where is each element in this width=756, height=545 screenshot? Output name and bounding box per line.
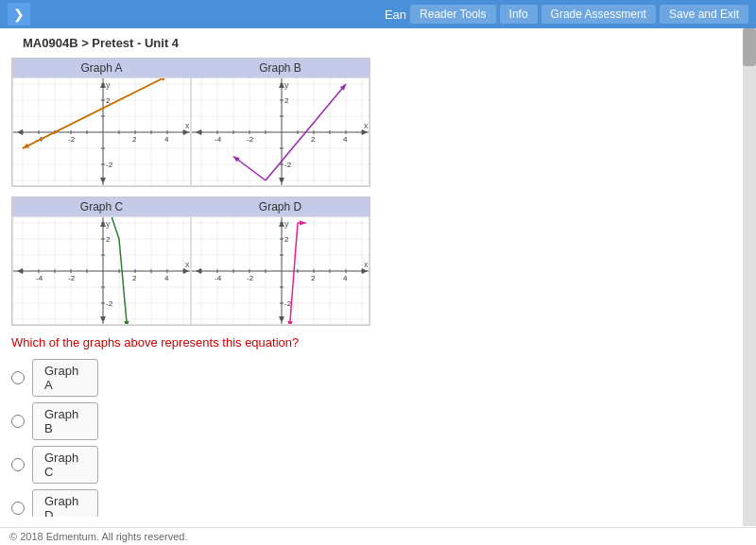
radio-c[interactable] <box>11 458 25 471</box>
radio-d[interactable] <box>11 502 25 515</box>
top-graph-labels: Graph A Graph B <box>12 59 369 77</box>
chevron-button[interactable]: ❯ <box>8 3 30 26</box>
bottom-graphs-row <box>12 216 369 325</box>
answer-label-c[interactable]: GraphC <box>32 446 98 484</box>
breadcrumb: MA0904B > Pretest - Unit 4 <box>11 28 745 58</box>
graph-a-cell <box>12 77 191 186</box>
footer: © 2018 Edmentum. All rights reserved. <box>0 527 756 545</box>
save-exit-button[interactable]: Save and Exit <box>660 5 748 24</box>
graph-d-label: Graph D <box>191 197 369 216</box>
answer-option-a: GraphA <box>11 359 745 397</box>
answer-options: GraphA GraphB GraphC GraphD <box>11 359 745 517</box>
radio-a[interactable] <box>11 371 25 384</box>
graph-b-label: Graph B <box>191 59 369 77</box>
answer-option-c: GraphC <box>11 446 745 484</box>
reader-tools-button[interactable]: Reader Tools <box>410 5 496 24</box>
graphs-top-container: Graph A Graph B <box>11 58 370 187</box>
graphs-bottom-container: Graph C Graph D <box>11 196 370 326</box>
topbar-right: Ean Reader Tools Info Grade Assessment S… <box>385 5 748 24</box>
scroll-thumb[interactable] <box>743 28 756 66</box>
question-text: Which of the graphs above represents thi… <box>11 335 745 349</box>
user-name: Ean <box>385 8 406 22</box>
topbar: ❯ Ean Reader Tools Info Grade Assessment… <box>0 0 756 28</box>
graph-a-label: Graph A <box>12 59 191 77</box>
graph-b-cell <box>191 77 369 186</box>
grade-assessment-button[interactable]: Grade Assessment <box>541 5 656 24</box>
answer-label-d[interactable]: GraphD <box>32 489 98 517</box>
radio-b[interactable] <box>11 415 25 428</box>
answer-option-b: GraphB <box>11 402 745 440</box>
answer-label-b[interactable]: GraphB <box>32 402 98 440</box>
topbar-left: ❯ <box>8 3 30 26</box>
info-button[interactable]: Info <box>500 5 538 24</box>
graph-d-cell <box>191 216 369 325</box>
scrollbar[interactable] <box>743 28 756 526</box>
answer-option-d: GraphD <box>11 489 745 517</box>
graph-c-label: Graph C <box>12 197 191 216</box>
main-content: MA0904B > Pretest - Unit 4 Graph A Graph… <box>0 28 756 517</box>
chevron-icon: ❯ <box>13 7 25 22</box>
bottom-graph-labels: Graph C Graph D <box>12 197 369 216</box>
top-graphs-row <box>12 77 369 186</box>
graph-c-cell <box>12 216 191 325</box>
answer-label-a[interactable]: GraphA <box>32 359 98 397</box>
